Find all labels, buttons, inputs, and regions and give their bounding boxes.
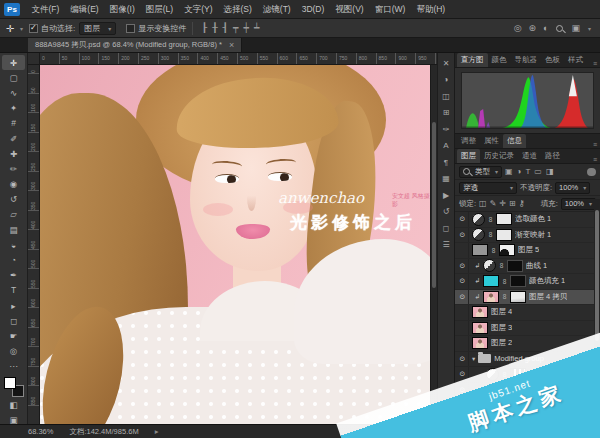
layer-thumbnail[interactable] — [472, 337, 488, 349]
layer-name[interactable]: 渐变映射 1 — [515, 230, 551, 240]
3d-panel-icon[interactable]: ◻ — [439, 220, 454, 237]
history-brush-tool[interactable]: ↺ — [2, 192, 25, 207]
layer-visibility-toggle[interactable]: ⊙ — [457, 212, 469, 227]
filter-pixel-layers-icon[interactable]: ▣ — [505, 167, 513, 176]
tab-top[interactable]: 色板 — [541, 53, 564, 67]
auto-select-checkbox[interactable] — [29, 24, 38, 33]
layer-visibility-toggle[interactable]: ⊙ — [457, 274, 469, 289]
filter-type-layers-icon[interactable]: T — [525, 167, 530, 176]
tab-layers[interactable]: 路径 — [541, 149, 564, 163]
layer-mask-thumbnail[interactable] — [510, 291, 526, 303]
pen-tool[interactable]: ✒ — [2, 268, 25, 283]
clone-source-panel-icon[interactable]: ⊞ — [439, 105, 454, 122]
status-options-arrow[interactable]: ▸ — [155, 427, 159, 436]
gradient-tool[interactable]: ▤ — [2, 222, 25, 237]
menu-item[interactable]: 视图(V) — [330, 0, 369, 19]
brush-settings-panel-icon[interactable]: ✑ — [439, 121, 454, 138]
menu-item[interactable]: 3D(D) — [296, 0, 330, 19]
properties-panel-icon[interactable]: ☰ — [439, 237, 454, 254]
align-top-icon[interactable]: ┯ — [231, 23, 241, 33]
layer-visibility-toggle[interactable]: ⊙ — [457, 228, 469, 243]
zoom-level-field[interactable]: 68.36% — [28, 427, 53, 436]
align-left-icon[interactable]: ┠ — [199, 23, 209, 33]
tab-mid[interactable]: 调整 — [457, 134, 480, 148]
menu-item[interactable]: 窗口(W) — [369, 0, 411, 19]
layer-visibility-toggle[interactable] — [457, 305, 469, 320]
paragraph-panel-icon[interactable]: ¶ — [439, 154, 454, 171]
layer-row[interactable]: 8图层 5 — [455, 243, 600, 259]
layer-name[interactable]: 图层 4 拷贝 — [529, 292, 567, 302]
layer-thumbnail[interactable] — [472, 244, 488, 256]
menu-item[interactable]: 文件(F) — [26, 0, 65, 19]
layer-mask-thumbnail[interactable] — [507, 260, 523, 272]
menu-item[interactable]: 文字(Y) — [179, 0, 218, 19]
tool-preset-caret-icon[interactable]: ▾ — [20, 25, 23, 32]
adjustments-panel-icon[interactable]: ◑ — [439, 72, 454, 89]
blend-mode-dropdown[interactable]: 穿透 ▾ — [459, 182, 517, 194]
layer-visibility-toggle[interactable] — [457, 336, 469, 351]
character-panel-icon[interactable]: A — [439, 138, 454, 155]
close-icon[interactable]: × — [229, 40, 234, 50]
align-center-v-icon[interactable]: ┿ — [241, 23, 251, 33]
blur-tool[interactable]: ◒ — [2, 237, 25, 252]
foreground-color-swatch[interactable] — [4, 377, 16, 389]
tab-top[interactable]: 颜色 — [488, 53, 511, 67]
panel-menu-icon[interactable]: ≡ — [590, 156, 600, 163]
close-icon[interactable]: ✕ — [439, 55, 454, 72]
ruler-origin-box[interactable] — [28, 53, 40, 65]
panel-menu-icon[interactable]: ≡ — [590, 60, 600, 67]
eyedropper-tool[interactable]: ✐ — [2, 131, 25, 146]
lasso-tool[interactable]: ∿ — [2, 85, 25, 100]
search-icon[interactable] — [556, 25, 563, 32]
lock-transparency-icon[interactable]: ◫ — [479, 199, 487, 208]
menu-item[interactable]: 图像(I) — [104, 0, 140, 19]
vertical-ruler[interactable]: 0501001502002503003504004505005506006507… — [28, 65, 40, 424]
layer-row[interactable]: ⊙↲8图层 4 拷贝 — [455, 290, 600, 306]
quick-mask-button[interactable]: ◧ — [2, 397, 25, 412]
layer-name[interactable]: 颜色填充 1 — [529, 276, 565, 286]
layer-name[interactable]: 图层 3 — [491, 323, 512, 333]
tab-top[interactable]: 样式 — [564, 53, 587, 67]
filter-toggle-switch[interactable] — [587, 168, 596, 176]
layer-visibility-toggle[interactable]: ⊙ — [457, 290, 469, 305]
type-tool[interactable]: T — [2, 283, 25, 298]
history-panel-icon[interactable]: ↺ — [439, 204, 454, 221]
path-selection-tool[interactable]: ▸ — [2, 298, 25, 313]
layer-row[interactable]: ⊙↲8颜色填充 1 — [455, 274, 600, 290]
layer-name[interactable]: 选取颜色 1 — [515, 214, 551, 224]
layer-visibility-toggle[interactable] — [457, 243, 469, 258]
layer-mask-thumbnail[interactable] — [499, 244, 515, 256]
swatches-panel-icon[interactable]: ▦ — [439, 171, 454, 188]
expand-chevron-icon[interactable]: ▾ — [472, 355, 475, 363]
lock-position-icon[interactable]: ✛ — [499, 199, 506, 208]
share-icon[interactable]: ◐ — [543, 23, 548, 33]
layer-row[interactable]: 图层 4 — [455, 305, 600, 321]
tab-mid[interactable]: 属性 — [480, 134, 503, 148]
fill-dropdown[interactable]: 100% ▾ — [561, 198, 596, 210]
filter-adjustment-layers-icon[interactable]: ◑ — [517, 167, 522, 176]
crop-tool[interactable]: # — [2, 116, 25, 131]
layer-mask-thumbnail[interactable] — [496, 213, 512, 225]
healing-brush-tool[interactable]: ✚ — [2, 146, 25, 161]
align-bottom-icon[interactable]: ┷ — [251, 23, 261, 33]
document-tab[interactable]: 888A9845 拷贝.psd @ 68.4% (Modified group,… — [28, 38, 242, 52]
workspace-switcher-icon[interactable]: ▣ — [571, 23, 580, 33]
shape-tool[interactable]: ◻ — [2, 313, 25, 328]
tab-layers[interactable]: 图层 — [457, 149, 480, 163]
tab-top[interactable]: 直方图 — [457, 53, 488, 67]
menu-item[interactable]: 滤镜(T) — [257, 0, 296, 19]
layer-row[interactable]: ⊙8渐变映射 1 — [455, 228, 600, 244]
filter-smart-object-icon[interactable]: ◨ — [546, 167, 554, 176]
layer-mask-thumbnail[interactable] — [510, 275, 526, 287]
align-center-h-icon[interactable]: ╂ — [210, 23, 220, 33]
canvas-image[interactable]: anwenchao 安文超 风格摄影 光影修饰之后 — [40, 65, 430, 424]
menu-item[interactable]: 编辑(E) — [65, 0, 104, 19]
layer-name[interactable]: 图层 2 — [491, 338, 512, 348]
opacity-dropdown[interactable]: 100% ▾ — [555, 182, 590, 194]
layer-mask-thumbnail[interactable] — [496, 229, 512, 241]
quick-selection-tool[interactable]: ✦ — [2, 101, 25, 116]
lock-artboard-icon[interactable]: ⊞ — [509, 199, 516, 208]
color-swatches[interactable] — [4, 377, 24, 397]
move-tool[interactable]: ✛ — [2, 55, 25, 70]
align-right-icon[interactable]: ┨ — [220, 23, 230, 33]
